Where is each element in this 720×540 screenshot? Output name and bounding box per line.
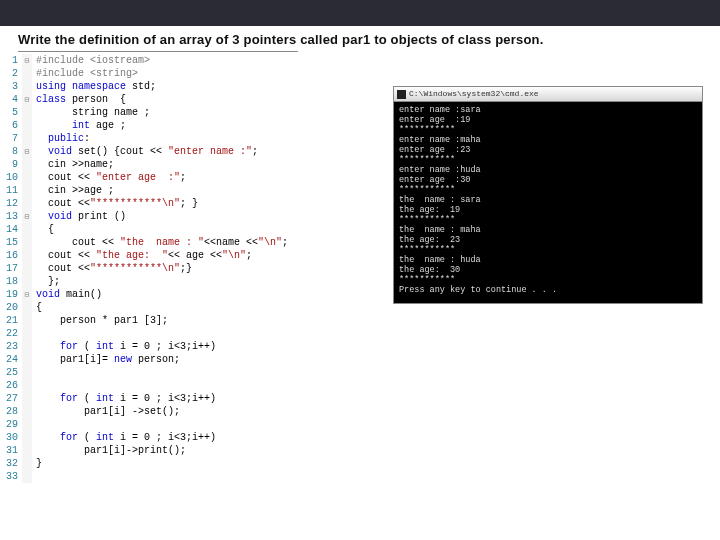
title-underline	[18, 51, 298, 52]
fold-marker	[22, 249, 32, 262]
code-line: 27 for ( int i = 0 ; i<3;i++)	[0, 392, 370, 405]
fold-marker	[22, 470, 32, 483]
code-source: cout <<"***********\n";}	[32, 262, 192, 275]
fold-marker	[22, 119, 32, 132]
fold-marker	[22, 379, 32, 392]
line-number: 27	[0, 392, 22, 405]
code-line: 31 par1[i]->print();	[0, 444, 370, 457]
code-source: public:	[32, 132, 90, 145]
console-line: the age: 30	[399, 265, 697, 275]
code-line: 21 person * par1 [3];	[0, 314, 370, 327]
code-source: void print ()	[32, 210, 126, 223]
fold-marker	[22, 314, 32, 327]
code-line: 5 string name ;	[0, 106, 370, 119]
line-number: 7	[0, 132, 22, 145]
console-line: enter name :huda	[399, 165, 697, 175]
fold-marker	[22, 366, 32, 379]
slide-header-bar	[0, 0, 720, 26]
fold-marker: ⊟	[22, 288, 32, 301]
code-source: using namespace std;	[32, 80, 156, 93]
console-line: ***********	[399, 185, 697, 195]
line-number: 1	[0, 54, 22, 67]
code-source: string name ;	[32, 106, 150, 119]
fold-marker	[22, 444, 32, 457]
line-number: 17	[0, 262, 22, 275]
line-number: 33	[0, 470, 22, 483]
fold-marker	[22, 262, 32, 275]
code-line: 10 cout << "enter age :";	[0, 171, 370, 184]
code-line: 25	[0, 366, 370, 379]
fold-marker: ⊟	[22, 145, 32, 158]
fold-marker	[22, 158, 32, 171]
code-line: 16 cout << "the age: "<< age <<"\n";	[0, 249, 370, 262]
code-line: 8⊟ void set() {cout << "enter name :";	[0, 145, 370, 158]
fold-marker	[22, 340, 32, 353]
code-line: 23 for ( int i = 0 ; i<3;i++)	[0, 340, 370, 353]
console-line: the name : sara	[399, 195, 697, 205]
console-line: ***********	[399, 125, 697, 135]
console-line: the name : maha	[399, 225, 697, 235]
code-source: par1[i] ->set();	[32, 405, 180, 418]
fold-marker	[22, 184, 32, 197]
fold-marker	[22, 392, 32, 405]
line-number: 10	[0, 171, 22, 184]
line-number: 9	[0, 158, 22, 171]
code-line: 3using namespace std;	[0, 80, 370, 93]
code-source: cout << "the name : "<<name <<"\n";	[32, 236, 288, 249]
code-source: #include <iostream>	[32, 54, 150, 67]
line-number: 8	[0, 145, 22, 158]
console-line: enter name :maha	[399, 135, 697, 145]
code-line: 7 public:	[0, 132, 370, 145]
code-line: 17 cout <<"***********\n";}	[0, 262, 370, 275]
line-number: 20	[0, 301, 22, 314]
line-number: 26	[0, 379, 22, 392]
console-line: ***********	[399, 155, 697, 165]
fold-marker	[22, 405, 32, 418]
cmd-icon	[397, 90, 406, 99]
console-line: the age: 19	[399, 205, 697, 215]
code-source: };	[32, 275, 60, 288]
code-line: 13⊟ void print ()	[0, 210, 370, 223]
code-line: 33	[0, 470, 370, 483]
code-source: {	[32, 301, 42, 314]
fold-marker	[22, 275, 32, 288]
fold-marker	[22, 457, 32, 470]
line-number: 12	[0, 197, 22, 210]
fold-marker	[22, 223, 32, 236]
code-source: {	[32, 223, 54, 236]
code-source: cout <<"***********\n"; }	[32, 197, 198, 210]
line-number: 21	[0, 314, 22, 327]
code-line: 29	[0, 418, 370, 431]
code-source: par1[i]->print();	[32, 444, 186, 457]
fold-marker	[22, 236, 32, 249]
line-number: 5	[0, 106, 22, 119]
line-number: 14	[0, 223, 22, 236]
code-line: 2#include <string>	[0, 67, 370, 80]
code-source: }	[32, 457, 42, 470]
line-number: 30	[0, 431, 22, 444]
fold-marker	[22, 327, 32, 340]
line-number: 28	[0, 405, 22, 418]
code-source: void main()	[32, 288, 102, 301]
code-source	[32, 379, 36, 392]
code-source: cin >>age ;	[32, 184, 120, 197]
code-source	[32, 470, 36, 483]
fold-marker	[22, 67, 32, 80]
code-source: person * par1 [3];	[32, 314, 168, 327]
code-source: class person {	[32, 93, 126, 106]
code-line: 1⊟#include <iostream>	[0, 54, 370, 67]
fold-marker: ⊟	[22, 54, 32, 67]
line-number: 29	[0, 418, 22, 431]
console-line: the name : huda	[399, 255, 697, 265]
code-editor: 1⊟#include <iostream>2#include <string>3…	[0, 54, 370, 483]
fold-marker: ⊟	[22, 93, 32, 106]
line-number: 25	[0, 366, 22, 379]
console-line: ***********	[399, 275, 697, 285]
code-line: 30 for ( int i = 0 ; i<3;i++)	[0, 431, 370, 444]
code-line: 14 {	[0, 223, 370, 236]
line-number: 19	[0, 288, 22, 301]
code-line: 22	[0, 327, 370, 340]
line-number: 23	[0, 340, 22, 353]
code-line: 26	[0, 379, 370, 392]
fold-marker	[22, 132, 32, 145]
